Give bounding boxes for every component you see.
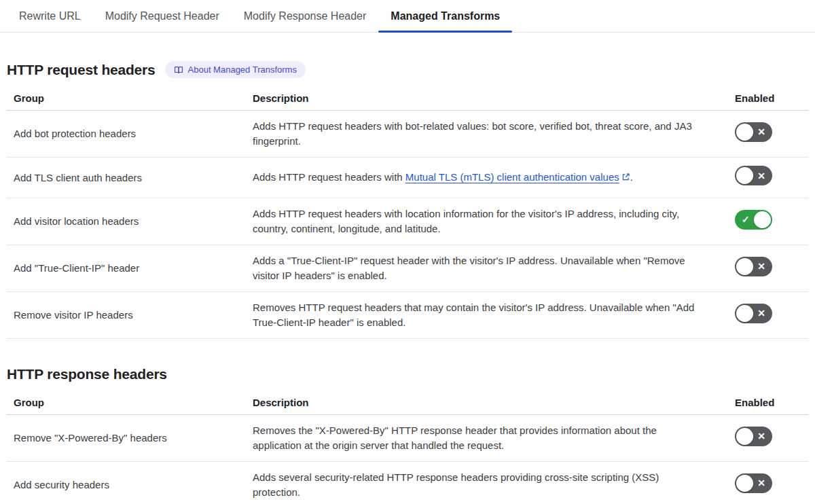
toggle-true-client-ip[interactable] xyxy=(735,257,772,276)
table-row-remove-visitor-ip: Remove visitor IP headers Removes HTTP r… xyxy=(7,292,808,339)
column-header-group: Group xyxy=(7,397,246,408)
row-group-label: Add visitor location headers xyxy=(7,214,246,229)
table-row-tls-client-auth: Add TLS client auth headers Adds HTTP re… xyxy=(7,158,808,198)
table-row-bot-protection: Add bot protection headers Adds HTTP req… xyxy=(7,111,808,158)
description-text: . xyxy=(630,171,633,183)
table-row-x-powered-by: Remove "X-Powered-By" headers Removes th… xyxy=(7,415,808,462)
toggle-knob xyxy=(736,124,753,141)
column-header-description: Description xyxy=(246,397,728,408)
row-description: Adds HTTP request headers with location … xyxy=(246,206,728,236)
toggle-knob xyxy=(736,305,753,322)
toggle-tls-client-auth[interactable] xyxy=(735,166,772,185)
row-description: Adds HTTP request headers with bot-relat… xyxy=(246,119,728,149)
tab-rewrite-url[interactable]: Rewrite URL xyxy=(7,0,93,32)
row-group-label: Add "True-Client-IP" header xyxy=(7,261,246,276)
table-row-true-client-ip: Add "True-Client-IP" header Adds a "True… xyxy=(7,245,808,292)
tab-modify-response-header[interactable]: Modify Response Header xyxy=(232,0,379,32)
toggle-state-icon xyxy=(757,478,765,488)
toggle-state-icon xyxy=(757,262,765,271)
toggle-state-icon xyxy=(757,308,765,318)
transform-rules-tabbar: Rewrite URL Modify Request Header Modify… xyxy=(0,0,815,33)
table-row-security-headers: Add security headers Adds several securi… xyxy=(7,462,808,504)
row-description: Adds HTTP request headers with Mutual TL… xyxy=(246,170,728,185)
toggle-state-icon xyxy=(742,215,750,224)
table-row-visitor-location: Add visitor location headers Adds HTTP r… xyxy=(7,198,808,245)
response-headers-table: Group Description Enabled Remove "X-Powe… xyxy=(7,391,808,504)
toggle-state-icon xyxy=(757,170,765,180)
row-group-label: Add bot protection headers xyxy=(7,126,246,141)
row-description: Adds several security-related HTTP respo… xyxy=(246,470,728,500)
toggle-security-headers[interactable] xyxy=(735,473,772,493)
request-headers-title: HTTP request headers xyxy=(7,62,156,78)
tab-managed-transforms[interactable]: Managed Transforms xyxy=(378,0,512,32)
mtls-values-link[interactable]: Mutual TLS (mTLS) client authentication … xyxy=(405,171,619,183)
row-group-label: Add TLS client auth headers xyxy=(7,170,246,185)
external-link-icon xyxy=(621,170,630,185)
toggle-knob xyxy=(736,475,753,492)
row-group-label: Remove "X-Powered-By" headers xyxy=(7,431,246,446)
toggle-x-powered-by[interactable] xyxy=(735,427,772,446)
tab-modify-request-header[interactable]: Modify Request Header xyxy=(93,0,232,32)
response-table-header: Group Description Enabled xyxy=(7,391,808,415)
column-header-group: Group xyxy=(7,92,246,104)
row-description: Removes the "X-Powered-By" HTTP response… xyxy=(246,423,728,453)
column-header-description: Description xyxy=(246,92,728,104)
toggle-knob xyxy=(736,167,753,184)
request-table-header: Group Description Enabled xyxy=(7,86,808,111)
column-header-enabled: Enabled xyxy=(728,397,808,408)
row-description: Adds a "True-Client-IP" request header w… xyxy=(246,253,728,283)
response-headers-title: HTTP response headers xyxy=(7,366,167,382)
about-managed-transforms-label: About Managed Transforms xyxy=(188,65,297,75)
row-group-label: Add security headers xyxy=(7,478,246,492)
managed-transforms-panel: HTTP request headers About Managed Trans… xyxy=(0,61,815,504)
response-headers-section-head: HTTP response headers xyxy=(7,366,808,382)
toggle-bot-protection[interactable] xyxy=(735,122,772,142)
row-group-label: Remove visitor IP headers xyxy=(7,308,246,323)
open-book-icon xyxy=(174,65,183,75)
request-headers-table: Group Description Enabled Add bot protec… xyxy=(7,86,808,339)
row-description: Removes HTTP request headers that may co… xyxy=(246,300,728,330)
column-header-enabled: Enabled xyxy=(728,92,808,104)
request-headers-section-head: HTTP request headers About Managed Trans… xyxy=(7,61,808,78)
toggle-state-icon xyxy=(757,431,765,441)
toggle-visitor-location[interactable] xyxy=(735,210,772,230)
toggle-knob xyxy=(736,428,753,445)
about-managed-transforms-badge[interactable]: About Managed Transforms xyxy=(165,61,306,78)
toggle-knob xyxy=(754,211,771,228)
toggle-state-icon xyxy=(757,127,765,137)
description-text: Adds HTTP request headers with xyxy=(253,171,405,183)
toggle-knob xyxy=(736,258,753,275)
toggle-remove-visitor-ip[interactable] xyxy=(735,304,772,323)
